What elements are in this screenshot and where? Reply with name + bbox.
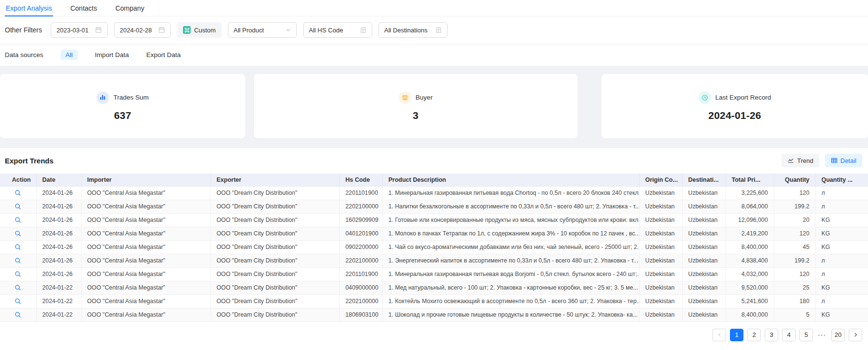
tab-contacts[interactable]: Contacts: [70, 0, 98, 16]
custom-range-button[interactable]: Custom: [177, 22, 222, 38]
row-detail-button[interactable]: [0, 213, 36, 227]
cell-quantity: 180: [774, 294, 815, 308]
cell-quantity: 5: [774, 308, 815, 321]
table-row: 2024-01-26 OOO "Central Asia Megastar" O…: [0, 200, 868, 213]
row-detail-button[interactable]: [0, 308, 36, 321]
cell-date: 2024-01-26: [36, 267, 81, 281]
chevron-down-icon: [285, 27, 291, 33]
cell-destination: Uzbekistan: [682, 254, 726, 267]
tab-company[interactable]: Company: [114, 0, 145, 16]
table-row: 2024-01-26 OOO "Central Asia Megastar" O…: [0, 240, 868, 254]
cell-date: 2024-01-26: [36, 240, 81, 254]
row-detail-button[interactable]: [0, 281, 36, 294]
cell-date: 2024-01-26: [36, 213, 81, 227]
cell-total-price: 5,241,600: [726, 294, 774, 308]
cell-origin-country: Uzbekistan: [639, 227, 682, 240]
pagination-page-20[interactable]: 20: [831, 329, 845, 341]
row-detail-button[interactable]: [0, 267, 36, 281]
line-chart-icon: [787, 157, 794, 164]
row-detail-button[interactable]: [0, 186, 36, 200]
pagination-next-button[interactable]: [849, 329, 862, 341]
cell-quantity-unit: KG: [815, 240, 868, 254]
cell-hs-code: 2202100000: [339, 254, 382, 267]
cell-hs-code: 1602909909: [339, 213, 382, 227]
row-detail-button[interactable]: [0, 294, 36, 308]
source-option-import[interactable]: Import Data: [95, 51, 129, 58]
cell-date: 2024-01-22: [36, 281, 81, 294]
cell-importer: OOO "Central Asia Megastar": [81, 240, 210, 254]
pagination-page-2[interactable]: 2: [747, 329, 761, 341]
trades-sum-label: Trades Sum: [113, 94, 149, 101]
cell-exporter: OOO "Dream City Distribution": [210, 254, 339, 267]
last-export-record-card: Last Export Record 2024-01-26: [602, 74, 868, 138]
last-export-record-label: Last Export Record: [715, 94, 771, 101]
source-option-all[interactable]: All: [61, 50, 78, 60]
cell-hs-code: 1806903100: [339, 308, 382, 321]
table-row: 2024-01-26 OOO "Central Asia Megastar" O…: [0, 213, 868, 227]
command-icon: [183, 26, 191, 34]
hs-code-select-value: All HS Code: [309, 27, 343, 34]
column-header-exporter: Exporter: [210, 174, 339, 186]
date-to-input[interactable]: 2024-02-28: [114, 22, 171, 38]
table-row: 2024-01-22 OOO "Central Asia Megastar" O…: [0, 308, 868, 321]
destinations-select[interactable]: All Destinations: [378, 22, 448, 38]
hs-code-select[interactable]: All HS Code: [303, 22, 372, 38]
cell-importer: OOO "Central Asia Megastar": [81, 200, 210, 213]
cell-origin-country: Uzbekistan: [639, 281, 682, 294]
cell-date: 2024-01-22: [36, 294, 81, 308]
cell-quantity-unit: KG: [815, 227, 868, 240]
cell-quantity: 199.2: [774, 200, 815, 213]
cell-origin-country: Uzbekistan: [639, 294, 682, 308]
export-trends-table: Action Date Importer Exporter Hs Code Pr…: [0, 174, 868, 322]
buyer-value: 3: [413, 110, 419, 121]
cell-product-description: 1. Шоколад и прочие готовые пищевые прод…: [382, 308, 639, 321]
date-from-value: 2023-03-01: [56, 27, 89, 34]
list-picker-icon: [435, 27, 442, 33]
row-detail-button[interactable]: [0, 227, 36, 240]
cell-origin-country: Uzbekistan: [639, 267, 682, 281]
pagination-prev-button[interactable]: [713, 329, 726, 341]
cell-total-price: 4,838,400: [726, 254, 774, 267]
stats-band: Trades Sum 637 Buyer 3 Last Export Recor…: [0, 66, 868, 148]
cell-origin-country: Uzbekistan: [639, 213, 682, 227]
destinations-select-value: All Destinations: [384, 27, 428, 34]
pagination-page-1[interactable]: 1: [730, 329, 743, 341]
pagination-page-4[interactable]: 4: [782, 329, 796, 341]
pagination-ellipsis[interactable]: •••: [817, 329, 827, 341]
product-select[interactable]: All Product: [228, 22, 297, 38]
column-header-action: Action: [0, 174, 36, 186]
column-header-origin-country: Origin Co...: [639, 174, 682, 186]
row-detail-button[interactable]: [0, 200, 36, 213]
cell-quantity-unit: л: [815, 186, 868, 200]
row-detail-button[interactable]: [0, 254, 36, 267]
tab-export-analysis[interactable]: Export Analysis: [5, 0, 53, 16]
cell-date: 2024-01-26: [36, 254, 81, 267]
cell-date: 2024-01-26: [36, 227, 81, 240]
cell-quantity: 120: [774, 186, 815, 200]
column-header-destination: Destinati...: [682, 174, 726, 186]
trend-button-label: Trend: [797, 157, 813, 164]
pagination-page-5[interactable]: 5: [799, 329, 813, 341]
detail-button-label: Detail: [840, 157, 856, 164]
cell-exporter: OOO "Dream City Distribution": [210, 267, 339, 281]
row-detail-button[interactable]: [0, 240, 36, 254]
cell-quantity-unit: KG: [815, 213, 868, 227]
cell-destination: Uzbekistan: [682, 213, 726, 227]
calendar-icon: [95, 27, 102, 33]
filter-row: Other Filters 2023-03-01 2024-02-28 Cust…: [0, 16, 868, 44]
pagination: 12345•••20: [0, 322, 868, 341]
cell-hs-code: 0902200000: [339, 240, 382, 254]
cell-quantity-unit: KG: [815, 308, 868, 321]
chevron-left-icon: [717, 332, 722, 337]
date-to-value: 2024-02-28: [120, 27, 152, 34]
cell-date: 2024-01-26: [36, 186, 81, 200]
date-from-input[interactable]: 2023-03-01: [51, 22, 108, 38]
cell-destination: Uzbekistan: [682, 200, 726, 213]
column-header-quantity: Quantity: [774, 174, 815, 186]
detail-view-button[interactable]: Detail: [825, 154, 862, 167]
pagination-page-3[interactable]: 3: [765, 329, 778, 341]
table-icon: [831, 157, 838, 164]
cell-hs-code: 2201101900: [339, 186, 382, 200]
source-option-export[interactable]: Export Data: [146, 51, 181, 58]
trend-view-button[interactable]: Trend: [782, 154, 819, 167]
